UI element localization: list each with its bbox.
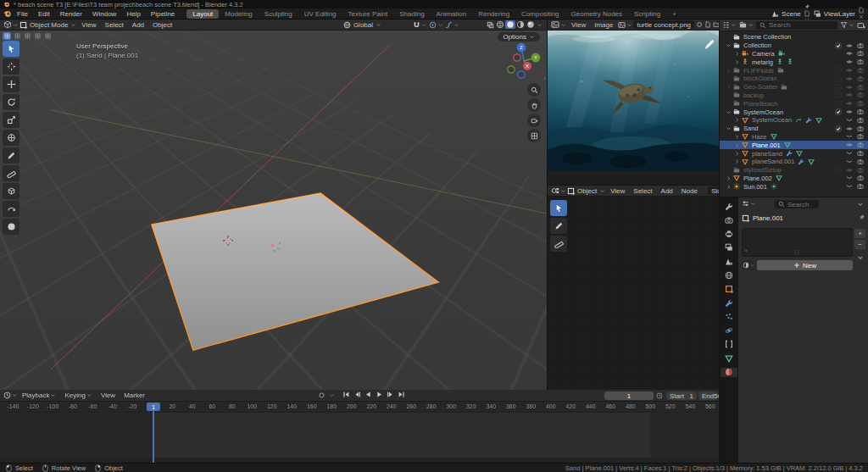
timeline-menu-view[interactable]: View xyxy=(97,391,120,399)
editor-type-image-dropdown[interactable] xyxy=(551,20,566,29)
new-material-button[interactable]: New xyxy=(757,260,853,270)
properties-tab-constraints[interactable] xyxy=(721,340,737,349)
jump-to-end-button[interactable] xyxy=(397,391,406,398)
hide-viewport-toggle[interactable] xyxy=(845,108,854,115)
tool-primitive-sphere[interactable] xyxy=(3,219,19,235)
browse-material-dropdown[interactable] xyxy=(742,260,755,270)
expand-toggle[interactable] xyxy=(733,51,741,57)
outliner-row-sun-001[interactable]: Sun.001 xyxy=(720,182,868,191)
play-reverse-button[interactable] xyxy=(364,391,373,398)
workspace-tab-texture-paint[interactable]: Texture Paint xyxy=(342,9,394,19)
shader-menu-view[interactable]: View xyxy=(606,187,629,195)
shading-solid-button[interactable] xyxy=(505,20,515,29)
disable-render-toggle[interactable] xyxy=(856,150,865,157)
expand-toggle[interactable] xyxy=(733,142,741,148)
disable-render-toggle[interactable] xyxy=(856,183,865,190)
selectable-checkbox[interactable] xyxy=(834,75,843,82)
hide-viewport-toggle[interactable] xyxy=(845,133,854,140)
hide-viewport-toggle[interactable] xyxy=(845,125,854,132)
pin-icon[interactable] xyxy=(858,214,865,221)
menu-edit[interactable]: Edit xyxy=(33,10,55,18)
outliner-row-haze[interactable]: Haze xyxy=(720,133,868,142)
disable-render-toggle[interactable] xyxy=(856,133,865,140)
editor-type-viewport-dropdown[interactable] xyxy=(3,20,19,29)
workspace-tab-geometry-nodes[interactable]: Geometry Nodes xyxy=(565,9,628,19)
selectable-checkbox[interactable] xyxy=(834,67,843,74)
image-menu-view[interactable]: View xyxy=(567,21,590,29)
editor-type-properties-dropdown[interactable] xyxy=(742,200,756,208)
next-keyframe-button[interactable] xyxy=(386,391,395,398)
shader-tool-select-box[interactable] xyxy=(550,200,567,216)
expand-toggle[interactable] xyxy=(725,42,732,48)
editor-type-outliner-dropdown[interactable] xyxy=(722,21,737,29)
outliner-row-planesand[interactable]: planeSand xyxy=(720,149,868,158)
properties-search-input[interactable]: Search xyxy=(775,200,819,208)
disable-render-toggle[interactable] xyxy=(856,108,865,115)
shader-menu-select[interactable]: Select xyxy=(629,187,656,195)
disable-render-toggle[interactable] xyxy=(856,158,865,165)
proportional-editing-toggle[interactable] xyxy=(428,21,444,29)
open-image-button[interactable] xyxy=(712,21,719,28)
camera-view-button[interactable] xyxy=(527,114,541,127)
display-mode-dropdown[interactable] xyxy=(739,21,754,29)
expand-toggle[interactable] xyxy=(733,158,741,164)
turtle-concept-image[interactable] xyxy=(548,31,719,171)
expand-toggle[interactable] xyxy=(733,59,741,65)
disable-render-toggle[interactable] xyxy=(856,84,865,91)
workspace-tab-sculpting[interactable]: Sculpting xyxy=(259,9,298,19)
menu-window[interactable]: Window xyxy=(87,10,121,18)
viewport-menu-view[interactable]: View xyxy=(77,21,100,29)
disable-render-toggle[interactable] xyxy=(856,58,865,65)
disable-render-toggle[interactable] xyxy=(856,42,865,49)
tool-cursor[interactable] xyxy=(3,58,19,75)
editor-type-timeline-dropdown[interactable] xyxy=(3,391,18,399)
auto-keying-toggle[interactable] xyxy=(318,391,326,399)
tool-scale[interactable] xyxy=(3,112,19,128)
image-name-field[interactable]: turtle concept.png xyxy=(633,20,694,29)
outliner-row-geo-scatter[interactable]: Geo-Scatter xyxy=(720,83,868,92)
outliner-row-collection[interactable]: Collection xyxy=(720,42,868,50)
expand-toggle[interactable] xyxy=(725,68,732,74)
disable-render-toggle[interactable] xyxy=(856,100,865,107)
tool-measure[interactable] xyxy=(3,165,19,181)
outliner-row-plane-001[interactable]: Plane.001 xyxy=(720,141,868,149)
disable-render-toggle[interactable] xyxy=(856,50,865,57)
hide-viewport-toggle[interactable] xyxy=(845,75,854,82)
material-slot-list[interactable]: ▪ ⁝⁝ xyxy=(742,228,853,257)
hide-viewport-toggle[interactable] xyxy=(845,150,854,157)
selectable-checkbox[interactable] xyxy=(834,42,843,49)
outliner-row-metarig[interactable]: metarig xyxy=(720,58,868,66)
hide-viewport-toggle[interactable] xyxy=(845,142,854,148)
properties-tab-output[interactable] xyxy=(721,230,737,239)
properties-tab-object[interactable] xyxy=(721,285,737,294)
properties-tab-tool[interactable] xyxy=(721,202,737,211)
slot-dropdown[interactable]: Slot xyxy=(708,186,719,195)
viewport-menu-select[interactable]: Select xyxy=(101,21,128,29)
menu-help[interactable]: Help xyxy=(121,10,145,18)
workspace-tab-scripting[interactable]: Scripting xyxy=(628,9,666,19)
jump-to-start-button[interactable] xyxy=(342,391,351,398)
pan-hand-button[interactable] xyxy=(527,98,541,112)
orthographic-toggle-button[interactable] xyxy=(527,129,541,142)
shader-tool-measure[interactable] xyxy=(550,236,567,252)
properties-tab-render[interactable] xyxy=(721,215,737,225)
hide-viewport-toggle[interactable] xyxy=(845,58,854,65)
outliner-search-input[interactable]: Search xyxy=(756,21,837,30)
current-frame-field[interactable]: 1 xyxy=(604,391,654,400)
hide-viewport-toggle[interactable] xyxy=(845,50,854,57)
navigation-gizmo[interactable]: Z Y X xyxy=(502,37,546,80)
selectable-checkbox[interactable] xyxy=(834,92,843,98)
outliner-row-stylizedsetup[interactable]: stylizedSetup xyxy=(720,166,868,175)
expand-toggle[interactable] xyxy=(733,134,741,140)
playhead-frame-badge[interactable]: 1 xyxy=(147,403,160,411)
shading-material-button[interactable] xyxy=(515,20,526,29)
disable-render-toggle[interactable] xyxy=(856,117,865,124)
workspace-tab-animation[interactable]: Animation xyxy=(431,9,473,19)
properties-tab-modifiers[interactable] xyxy=(721,298,737,308)
disable-render-toggle[interactable] xyxy=(856,167,865,174)
viewport-corner-icon-4[interactable] xyxy=(33,32,42,40)
tool-transform[interactable] xyxy=(3,130,19,146)
hide-viewport-toggle[interactable] xyxy=(845,158,854,165)
image-browse-dropdown[interactable] xyxy=(618,21,632,29)
selectable-checkbox[interactable] xyxy=(834,100,843,107)
